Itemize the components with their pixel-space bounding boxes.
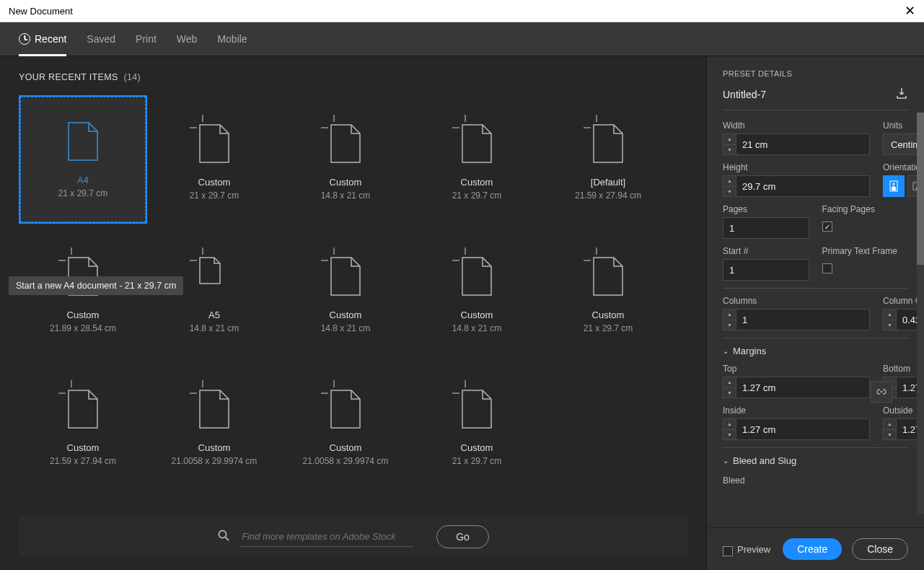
- spinner-up[interactable]: ▲: [723, 134, 736, 145]
- page-icon: [198, 123, 230, 164]
- page-icon: [461, 123, 493, 164]
- tab-print[interactable]: Print: [136, 22, 157, 56]
- preview-checkbox[interactable]: Preview: [723, 542, 770, 556]
- preset-card[interactable]: A421 x 29.7 cm: [19, 95, 147, 224]
- recent-count: (14): [124, 72, 141, 82]
- preset-name: Custom: [67, 442, 100, 453]
- height-input[interactable]: ▲▼: [723, 175, 870, 197]
- tab-mobile[interactable]: Mobile: [217, 22, 247, 56]
- preset-card[interactable]: Custom14.8 x 21 cm: [413, 228, 541, 356]
- preset-card[interactable]: Custom21 x 29.7 cm: [150, 95, 278, 224]
- recent-heading: YOUR RECENT ITEMS: [19, 72, 118, 82]
- preset-dimensions: 21.89 x 28.54 cm: [50, 323, 116, 333]
- preset-dimensions: 21.0058 x 29.9974 cm: [303, 456, 389, 466]
- bleed-section-header[interactable]: ⌄ Bleed and Slug: [723, 455, 908, 466]
- preset-name: Custom: [67, 310, 100, 320]
- search-bar: Go: [19, 517, 687, 557]
- details-header: PRESET DETAILS: [723, 69, 908, 78]
- page-icon: [198, 389, 230, 429]
- preset-card[interactable]: Custom14.8 x 21 cm: [281, 95, 410, 224]
- page-icon: [592, 123, 624, 164]
- preset-name: Custom: [198, 442, 231, 453]
- tab-saved[interactable]: Saved: [87, 22, 115, 56]
- preset-dimensions: 21.59 x 27.94 cm: [50, 456, 116, 466]
- details-panel: PRESET DETAILS Untitled-7 Width ▲▼ Units: [706, 56, 924, 570]
- preset-dimensions: 14.8 x 21 cm: [452, 323, 502, 333]
- preset-card[interactable]: Custom21.89 x 28.54 cm: [19, 228, 147, 356]
- page-icon: [330, 389, 361, 429]
- preset-card[interactable]: Custom21.0058 x 29.9974 cm: [150, 361, 278, 489]
- preset-name: A4: [77, 175, 89, 185]
- page-icon: [592, 256, 624, 297]
- spinner-down[interactable]: ▼: [723, 145, 736, 155]
- preset-card[interactable]: Custom21.59 x 27.94 cm: [19, 361, 147, 489]
- preset-card[interactable]: Custom21.0058 x 29.9974 cm: [281, 361, 410, 489]
- page-icon: [461, 256, 493, 297]
- scrollbar[interactable]: [917, 113, 924, 514]
- page-icon: [67, 389, 99, 429]
- page-icon: [67, 121, 99, 162]
- chevron-down-icon: ⌄: [723, 347, 729, 355]
- svg-point-26: [219, 531, 226, 538]
- preset-dimensions: 21 x 29.7 cm: [452, 456, 502, 466]
- primary-frame-checkbox[interactable]: [822, 263, 832, 273]
- preset-dimensions: 21.59 x 27.94 cm: [575, 190, 641, 201]
- link-margins-button[interactable]: [871, 381, 892, 403]
- start-input[interactable]: [723, 259, 809, 281]
- preset-name: Custom: [461, 442, 493, 453]
- preset-dimensions: 14.8 x 21 cm: [321, 190, 371, 201]
- preset-card[interactable]: A514.8 x 21 cm: [150, 228, 278, 356]
- tab-web[interactable]: Web: [177, 22, 198, 56]
- page-icon: [198, 256, 230, 297]
- preset-name: Custom: [330, 177, 362, 188]
- go-button[interactable]: Go: [436, 525, 489, 548]
- pages-input[interactable]: [723, 217, 809, 239]
- primary-frame-label: Primary Text Frame: [822, 246, 909, 256]
- width-label: Width: [723, 120, 870, 131]
- preset-name: Custom: [461, 177, 493, 188]
- preset-name: [Default]: [591, 177, 625, 188]
- width-input[interactable]: ▲▼: [723, 133, 870, 155]
- clock-icon: [19, 33, 30, 45]
- start-label: Start #: [723, 246, 809, 256]
- page-icon: [330, 123, 361, 164]
- chevron-down-icon: ⌄: [723, 457, 729, 465]
- preset-dimensions: 14.8 x 21 cm: [321, 323, 371, 333]
- preset-card[interactable]: Custom14.8 x 21 cm: [281, 228, 410, 356]
- titlebar: New Document ✕: [0, 0, 924, 22]
- close-button[interactable]: Close: [852, 538, 908, 560]
- preset-card[interactable]: [Default]21.59 x 27.94 cm: [544, 95, 672, 224]
- preset-name: Custom: [330, 310, 362, 320]
- margin-inside-input[interactable]: ▲▼: [723, 418, 870, 440]
- preset-name: Custom: [461, 310, 493, 320]
- margin-top-input[interactable]: ▲▼: [723, 377, 870, 398]
- preset-name: Custom: [198, 177, 231, 188]
- close-icon[interactable]: ✕: [905, 3, 915, 19]
- facing-pages-label: Facing Pages: [822, 204, 909, 214]
- columns-label: Columns: [723, 296, 870, 306]
- columns-input[interactable]: ▲▼: [723, 309, 870, 330]
- preset-card[interactable]: Custom21 x 29.7 cm: [413, 361, 541, 489]
- window-title: New Document: [9, 6, 73, 17]
- details-footer: Preview Create Close: [707, 527, 924, 570]
- facing-pages-checkbox[interactable]: [822, 222, 832, 232]
- preset-card[interactable]: Custom21 x 29.7 cm: [413, 95, 541, 224]
- save-preset-icon[interactable]: [895, 87, 908, 102]
- bleed-label: Bleed: [723, 475, 745, 486]
- pages-label: Pages: [723, 204, 809, 214]
- orientation-portrait-button[interactable]: [883, 175, 905, 197]
- page-icon: [67, 256, 99, 297]
- preset-dimensions: 14.8 x 21 cm: [190, 323, 239, 333]
- preset-name: Custom: [330, 442, 362, 453]
- create-button[interactable]: Create: [783, 538, 842, 560]
- tab-recent[interactable]: Recent: [19, 22, 66, 56]
- category-tabs: RecentSavedPrintWebMobile: [0, 22, 924, 56]
- page-icon: [461, 389, 493, 429]
- preset-dimensions: 21 x 29.7 cm: [452, 190, 502, 201]
- margins-header[interactable]: ⌄ Margins: [723, 346, 908, 356]
- search-icon: [217, 529, 230, 545]
- preset-card[interactable]: Custom21 x 29.7 cm: [544, 228, 672, 356]
- search-input[interactable]: [240, 527, 413, 547]
- height-label: Height: [723, 162, 870, 172]
- document-name[interactable]: Untitled-7: [723, 89, 766, 100]
